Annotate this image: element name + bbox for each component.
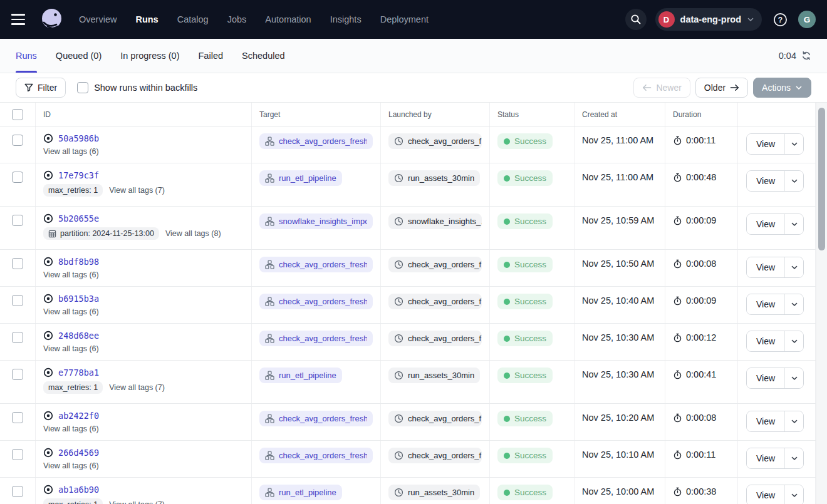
run-id-link[interactable]: 50a5986b [58,133,99,143]
tab-queued-0[interactable]: Queued (0) [56,39,101,73]
target-pill[interactable]: run_etl_pipeline [259,485,342,500]
hamburger-menu-icon[interactable] [11,10,30,29]
nav-item-catalog[interactable]: Catalog [177,14,209,24]
filter-button[interactable]: Filter [16,78,66,98]
launched-by-pill[interactable]: check_avg_orders_f… [388,331,482,346]
help-icon[interactable]: ? [771,10,789,29]
view-dropdown-button[interactable] [784,171,803,191]
target-pill[interactable]: check_avg_orders_freshne [259,448,373,463]
view-button[interactable]: View [747,294,784,314]
nav-item-runs[interactable]: Runs [135,14,158,24]
workspace-switcher[interactable]: D data-eng-prod [655,8,762,31]
view-all-tags-link[interactable]: View all tags (6) [43,461,99,470]
run-id-link[interactable]: 5b20655e [58,213,99,224]
launched-by-pill[interactable]: check_avg_orders_f… [388,257,482,272]
view-all-tags-link[interactable]: View all tags (6) [43,147,99,156]
view-dropdown-button[interactable] [784,368,803,388]
run-id-link[interactable]: b6915b3a [58,294,99,304]
run-id-link[interactable]: 8bdf8b98 [58,257,99,267]
run-id-link[interactable]: 266d4569 [58,448,99,458]
target-pill[interactable]: check_avg_orders_freshne [259,133,373,149]
row-checkbox[interactable] [12,412,23,423]
view-dropdown-button[interactable] [784,485,803,504]
tab-runs[interactable]: Runs [16,39,37,73]
tab-in-progress-0[interactable]: In progress (0) [120,39,179,73]
actions-button[interactable]: Actions [753,78,811,98]
backfills-checkbox[interactable] [77,82,88,93]
view-button[interactable]: View [747,331,784,351]
nav-item-jobs[interactable]: Jobs [227,14,247,24]
target-pill[interactable]: run_etl_pipeline [259,170,342,186]
row-checkbox[interactable] [12,258,23,269]
search-icon[interactable] [625,9,647,30]
row-checkbox[interactable] [12,369,23,380]
user-avatar[interactable]: G [798,11,816,28]
row-checkbox[interactable] [12,172,23,183]
show-backfills-toggle[interactable]: Show runs within backfills [77,82,197,93]
launched-by-pill[interactable]: run_assets_30min [388,485,480,500]
launched-by-pill[interactable]: check_avg_orders_f… [388,411,482,426]
status-badge: Success [497,485,553,500]
chevron-down-icon [791,455,798,462]
target-pill[interactable]: check_avg_orders_freshne [259,294,373,309]
tab-scheduled[interactable]: Scheduled [242,39,285,73]
newer-button[interactable]: Newer [633,78,690,98]
view-all-tags-link[interactable]: View all tags (7) [109,383,165,392]
view-dropdown-button[interactable] [784,294,803,314]
nav-item-insights[interactable]: Insights [330,14,361,24]
view-dropdown-button[interactable] [784,257,803,277]
view-all-tags-link[interactable]: View all tags (6) [43,424,99,433]
view-dropdown-button[interactable] [784,134,803,154]
target-pill[interactable]: snowflake_insights_import [259,213,373,229]
view-all-tags-link[interactable]: View all tags (6) [43,344,99,353]
dagster-logo[interactable] [39,6,65,33]
run-id-link[interactable]: 248d68ee [58,331,99,341]
row-checkbox[interactable] [12,486,23,497]
row-checkbox[interactable] [12,449,23,460]
refresh-icon[interactable] [801,51,811,61]
view-all-tags-link[interactable]: View all tags (8) [165,229,221,238]
view-dropdown-button[interactable] [784,214,803,234]
run-id-link[interactable]: ab2422f0 [58,411,99,421]
launched-by-pill[interactable]: check_avg_orders_f… [388,448,482,463]
view-dropdown-button[interactable] [784,331,803,351]
nav-item-deployment[interactable]: Deployment [380,14,429,24]
view-button[interactable]: View [747,485,784,504]
tab-failed[interactable]: Failed [199,39,224,73]
nav-item-overview[interactable]: Overview [79,14,117,24]
target-pill[interactable]: check_avg_orders_freshne [259,411,373,426]
launched-by-pill[interactable]: check_avg_orders_f… [388,133,482,149]
run-id-link[interactable]: ab1a6b90 [58,485,99,495]
run-id-link[interactable]: e7778ba1 [58,368,99,378]
view-button[interactable]: View [747,214,784,234]
scrollbar-thumb[interactable] [818,108,825,250]
view-all-tags-link[interactable]: View all tags (7) [109,500,165,504]
view-button[interactable]: View [747,368,784,388]
view-button[interactable]: View [747,257,784,277]
select-all-checkbox[interactable] [12,109,23,120]
target-pill[interactable]: check_avg_orders_freshne [259,257,373,272]
row-checkbox[interactable] [12,135,23,146]
target-pill[interactable]: check_avg_orders_freshne [259,331,373,346]
older-button[interactable]: Older [695,78,748,98]
row-checkbox[interactable] [12,332,23,343]
view-all-tags-link[interactable]: View all tags (7) [109,186,165,195]
launched-by-pill[interactable]: snowflake_insights_… [388,213,482,229]
view-all-tags-link[interactable]: View all tags (6) [43,307,99,316]
target-pill[interactable]: run_etl_pipeline [259,368,342,383]
scrollbar-track[interactable] [816,103,827,504]
view-button[interactable]: View [747,448,784,468]
view-all-tags-link[interactable]: View all tags (6) [43,270,99,279]
view-button[interactable]: View [747,411,784,431]
view-button[interactable]: View [747,134,784,154]
launched-by-pill[interactable]: run_assets_30min [388,368,480,383]
launched-by-pill[interactable]: check_avg_orders_f… [388,294,482,309]
run-id-link[interactable]: 17e79c3f [58,170,99,180]
launched-by-pill[interactable]: run_assets_30min [388,170,480,186]
view-dropdown-button[interactable] [784,411,803,431]
view-dropdown-button[interactable] [784,448,803,468]
row-checkbox[interactable] [12,215,23,226]
view-button[interactable]: View [747,171,784,191]
nav-item-automation[interactable]: Automation [265,14,311,24]
row-checkbox[interactable] [12,295,23,306]
